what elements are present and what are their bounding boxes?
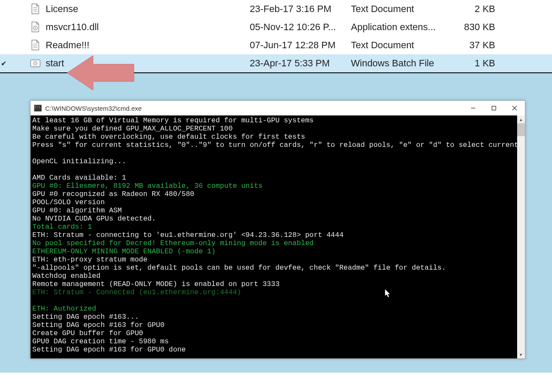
cmd-line: POOL/SOLO version xyxy=(32,198,105,206)
file-size: 830 KB xyxy=(456,22,512,33)
file-name: msvcr110.dll xyxy=(46,22,99,33)
svg-point-4 xyxy=(35,28,36,29)
file-name: start xyxy=(46,58,64,69)
scroll-up-icon[interactable]: ▴ xyxy=(517,115,525,123)
file-date: 23-Feb-17 3:16 PM xyxy=(250,3,351,15)
svg-point-10 xyxy=(35,63,36,64)
cmd-scrollbar[interactable]: ▴ ▾ xyxy=(517,115,525,358)
cmd-line: Watchdog enabled xyxy=(32,272,100,280)
file-type: Text Document xyxy=(351,3,456,15)
cmd-line: Remote management (READ-ONLY MODE) is en… xyxy=(32,280,279,288)
cmd-line: Press "s" for current statistics, "0".."… xyxy=(32,141,517,149)
file-date: 05-Nov-12 10:26 P... xyxy=(250,22,351,33)
cmd-line: GPU #0: algorithm ASM xyxy=(32,206,122,215)
cmd-line: At least 16 GB of Virtual Memory is requ… xyxy=(32,116,314,124)
cmd-line: "-allpools" option is set, default pools… xyxy=(32,264,446,272)
scroll-down-icon[interactable]: ▾ xyxy=(517,351,525,358)
file-size: 1 KB xyxy=(456,58,512,69)
cmd-output[interactable]: At least 16 GB of Virtual Memory is requ… xyxy=(31,115,517,358)
cmd-line: GPU #0 recognized as Radeon RX 480/580 xyxy=(32,190,194,198)
file-type: Application extens... xyxy=(351,22,456,33)
close-button[interactable] xyxy=(504,101,525,115)
file-type: Windows Batch File xyxy=(351,58,456,69)
cmd-line: ETHEREUM-ONLY MINING MODE ENABLED (-mode… xyxy=(32,247,216,255)
file-name: Readme!!! xyxy=(46,40,90,51)
scroll-thumb[interactable] xyxy=(517,123,525,136)
file-date: 23-Apr-17 5:33 PM xyxy=(250,58,351,69)
desktop-area: C:\WINDOWS\system32\cmd.exe At least 16 … xyxy=(0,72,552,373)
cmd-icon xyxy=(34,105,42,112)
cmd-line: ETH: eth-proxy stratum mode xyxy=(32,255,147,264)
cmd-line: ETH: Authorized xyxy=(32,305,96,313)
cmd-window[interactable]: C:\WINDOWS\system32\cmd.exe At least 16 … xyxy=(30,100,525,359)
file-type: Text Document xyxy=(351,40,456,51)
cmd-line: No pool specified for Decred! Ethereum-o… xyxy=(32,239,314,247)
cmd-body-wrap: At least 16 GB of Virtual Memory is requ… xyxy=(31,115,525,358)
cmd-line: Total cards: 1 xyxy=(32,223,92,231)
cmd-line: GPU #0: Ellesmere, 8192 MB available, 36… xyxy=(32,182,263,190)
window-controls xyxy=(463,101,525,115)
cmd-line: Setting DAG epoch #163... xyxy=(32,313,139,321)
svg-rect-13 xyxy=(492,106,496,110)
cmd-line: AMD Cards available: 1 xyxy=(32,174,126,182)
file-row[interactable]: Readme!!!07-Jun-17 12:28 PMText Document… xyxy=(0,36,552,54)
file-size: 2 KB xyxy=(456,3,512,15)
cmd-titlebar[interactable]: C:\WINDOWS\system32\cmd.exe xyxy=(31,101,525,115)
minimize-button[interactable] xyxy=(463,101,484,115)
file-row[interactable]: msvcr110.dll05-Nov-12 10:26 P...Applicat… xyxy=(0,18,552,36)
cmd-title: C:\WINDOWS\system32\cmd.exe xyxy=(45,105,142,112)
file-row[interactable]: ✔start23-Apr-17 5:33 PMWindows Batch Fil… xyxy=(0,54,552,72)
cmd-line: OpenCL initializing... xyxy=(32,157,126,165)
cmd-line: Make sure you defined GPU_MAX_ALLOC_PERC… xyxy=(32,124,233,133)
cmd-line: Be careful with overclocking, use defaul… xyxy=(32,133,305,141)
cmd-line: ETH: Stratum - Connected (eu1.ethermine.… xyxy=(32,288,241,296)
file-explorer: License23-Feb-17 3:16 PMText Document2 K… xyxy=(0,0,552,72)
maximize-button[interactable] xyxy=(484,101,504,115)
file-type-icon xyxy=(30,22,40,32)
cmd-line: Create GPU buffer for GPU0 xyxy=(32,329,143,337)
file-row[interactable]: License23-Feb-17 3:16 PMText Document2 K… xyxy=(0,0,552,18)
checkmark-icon: ✔ xyxy=(1,59,6,68)
file-size: 37 KB xyxy=(456,40,512,51)
cmd-line: Setting DAG epoch #163 for GPU0 done xyxy=(32,345,186,354)
cmd-line: ETH: Stratum - connecting to 'eu1.etherm… xyxy=(32,231,344,239)
file-name: License xyxy=(46,3,78,15)
file-date: 07-Jun-17 12:28 PM xyxy=(250,40,351,51)
cmd-line: Setting DAG epoch #163 for GPU0 xyxy=(32,321,164,329)
file-type-icon xyxy=(30,58,40,68)
file-type-icon xyxy=(30,4,40,14)
cmd-line: GPU0 DAG creation time - 5980 ms xyxy=(32,337,169,345)
cmd-line: No NVIDIA CUDA GPUs detected. xyxy=(32,215,156,223)
file-type-icon xyxy=(30,40,40,50)
